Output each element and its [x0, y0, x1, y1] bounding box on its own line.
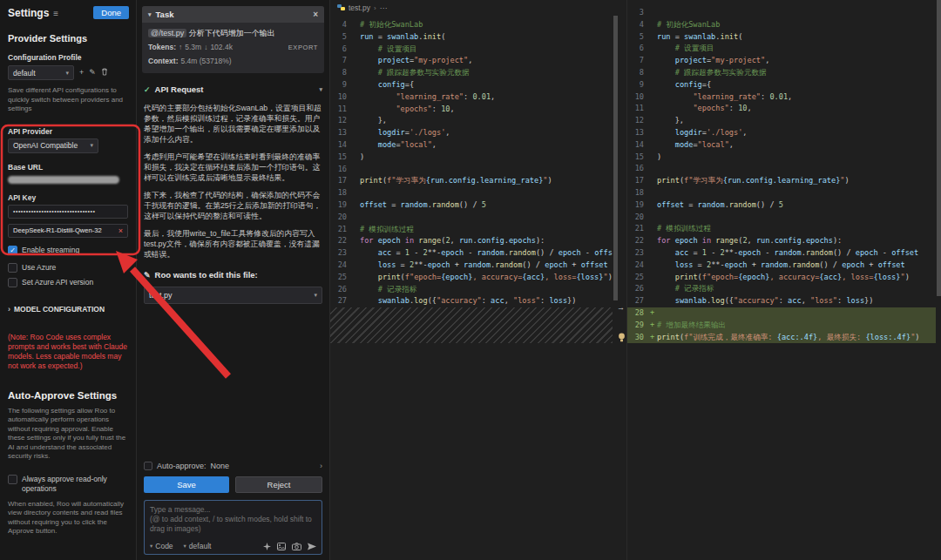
code-line[interactable]: 19offset = random.random() / 5 — [330, 199, 613, 212]
code-line[interactable]: 11 "epochs": 10, — [330, 104, 613, 116]
enable-streaming-checkbox[interactable]: ✓ — [8, 246, 17, 255]
set-azure-checkbox[interactable] — [8, 278, 17, 287]
diff-gutter: → — [618, 0, 626, 560]
code-line[interactable]: 14 mode="local", — [627, 139, 936, 152]
code-line[interactable]: 27 swanlab.log({"accuracy": acc, "loss":… — [330, 295, 613, 307]
profile-value: default — [13, 69, 36, 78]
code-line[interactable]: 14 mode="local", — [330, 139, 613, 152]
breadcrumb[interactable]: test.py › ⋯ — [330, 0, 618, 16]
mode-select[interactable]: ▾ Code — [150, 542, 173, 550]
api-provider-label: API Provider — [8, 127, 128, 136]
done-button[interactable]: Done — [93, 6, 129, 19]
close-task-icon[interactable]: × — [313, 10, 318, 19]
code-line[interactable]: 28+ — [627, 307, 936, 320]
delete-profile-icon[interactable] — [101, 68, 108, 78]
api-request-row[interactable]: ✓ API Request ▾ — [144, 84, 322, 94]
always-approve-checkbox[interactable] — [8, 475, 17, 484]
code-line[interactable]: 9 config={ — [627, 79, 936, 91]
clear-model-icon[interactable]: × — [118, 226, 123, 235]
code-text: project="my-project", — [657, 55, 936, 67]
code-line[interactable]: 5run = swanlab.init( — [627, 31, 936, 44]
code-line[interactable]: 4# 初始化SwanLab — [627, 19, 936, 31]
use-azure-checkbox[interactable] — [8, 263, 17, 273]
code-line[interactable]: 11 "epochs": 10, — [627, 103, 936, 115]
code-line[interactable]: 30+print(f"训练完成，最终准确率: {acc:.4f}, 最终损失: … — [627, 332, 936, 344]
code-line[interactable]: 23 acc = 1 - 2**-epoch - random.random()… — [330, 247, 613, 260]
add-profile-icon[interactable]: + — [79, 69, 84, 77]
model-field[interactable]: DeepSeek-R1-Distill-Qwen-32 × — [8, 224, 128, 238]
message-input[interactable]: Type a message... (@ to add context, / t… — [144, 500, 322, 555]
code-line[interactable]: 19offset = random.random() / 5 — [627, 199, 936, 212]
code-line[interactable]: 13 logdir='./logs', — [627, 127, 936, 139]
code-line[interactable]: 16 — [627, 163, 936, 175]
code-line[interactable]: 26 # 记录指标 — [627, 283, 936, 295]
image-icon[interactable] — [277, 543, 286, 550]
export-button[interactable]: EXPORT — [288, 44, 318, 51]
code-line[interactable]: 17print(f"学习率为{run.config.learning_rate}… — [330, 175, 613, 187]
diff-added-marker — [353, 115, 360, 127]
code-line[interactable]: 27 swanlab.log({"accuracy": acc, "loss":… — [627, 295, 936, 307]
send-icon[interactable] — [308, 543, 316, 550]
code-line[interactable]: 18 — [627, 187, 936, 199]
code-line[interactable]: 26 # 记录指标 — [330, 284, 613, 296]
code-line[interactable]: 5run = swanlab.init( — [330, 31, 613, 44]
code-line[interactable]: 17print(f"学习率为{run.config.learning_rate}… — [627, 175, 936, 187]
code-line[interactable]: 10 "learning_rate": 0.01, — [627, 91, 936, 104]
code-line[interactable]: 12 }, — [627, 115, 936, 127]
code-line[interactable]: 7 project="my-project", — [330, 55, 613, 67]
code-line[interactable]: 10 "learning_rate": 0.01, — [330, 91, 613, 104]
edit-profile-icon[interactable]: ✎ — [89, 69, 96, 77]
code-line[interactable]: 3 — [627, 7, 936, 19]
code-line[interactable]: 22for epoch in range(2, run.config.epoch… — [330, 235, 613, 247]
line-number: 12 — [330, 115, 353, 127]
api-config-select[interactable]: ▾ default — [184, 542, 212, 550]
auto-approve-checkbox[interactable] — [144, 462, 152, 470]
reject-button[interactable]: Reject — [235, 476, 322, 493]
code-line[interactable]: 15) — [330, 152, 613, 164]
code-line[interactable]: 29+# 增加最终结果输出 — [627, 320, 936, 332]
code-line[interactable]: 23 acc = 1 - 2**-epoch - random.random()… — [627, 247, 936, 260]
edit-file-row: ✎ Roo wants to edit this file: — [144, 270, 322, 280]
code-line[interactable]: 16 — [330, 164, 613, 176]
code-line[interactable]: 8 # 跟踪超参数与实验元数据 — [330, 67, 613, 79]
code-line[interactable]: 25 print(f"epoch={epoch}, accuracy={acc}… — [330, 272, 613, 284]
lightbulb-icon[interactable] — [618, 330, 626, 346]
code-line[interactable]: 20 — [330, 212, 613, 224]
code-line[interactable]: 21# 模拟训练过程 — [330, 224, 613, 236]
scrollbar[interactable] — [937, 0, 941, 296]
file-mention-chip[interactable]: @/test.py — [148, 29, 186, 37]
task-card-header[interactable]: ▾ Task × — [142, 6, 324, 23]
profile-select[interactable]: default ▾ — [8, 65, 74, 80]
diff-revert-arrow-icon[interactable]: → — [618, 303, 625, 312]
code-line[interactable]: 12 }, — [330, 115, 613, 127]
code-line[interactable]: 20 — [627, 212, 936, 224]
enhance-prompt-icon[interactable] — [263, 543, 271, 550]
model-configuration-toggle[interactable]: › MODEL CONFIGURATION — [8, 305, 128, 314]
code-line[interactable]: 6 # 设置项目 — [627, 43, 936, 55]
camera-icon[interactable] — [292, 543, 301, 550]
code-line[interactable]: 15) — [627, 152, 936, 164]
code-line[interactable]: 4# 初始化SwanLab — [330, 19, 613, 31]
diff-added-marker — [353, 224, 360, 236]
code-line[interactable]: 9 config={ — [330, 79, 613, 91]
edit-file-select[interactable]: test.py ▾ — [144, 287, 322, 304]
code-line[interactable]: 21# 模拟训练过程 — [627, 223, 936, 235]
code-line[interactable]: 18 — [330, 187, 613, 199]
auto-approve-row[interactable]: Auto-approve: None › — [144, 462, 322, 470]
code-line[interactable]: 24 loss = 2**-epoch + random.random() / … — [330, 260, 613, 272]
code-line[interactable]: 22for epoch in range(2, run.config.epoch… — [627, 235, 936, 247]
code-line[interactable]: 24 loss = 2**-epoch + random.random() / … — [627, 260, 936, 272]
save-button[interactable]: Save — [144, 476, 229, 493]
code-line[interactable]: 7 project="my-project", — [627, 55, 936, 67]
base-url-field-redacted[interactable] — [8, 176, 119, 184]
code-line[interactable]: 13 logdir='./logs', — [330, 127, 613, 139]
api-key-field[interactable]: •••••••••••••••••••••••••••••••• — [8, 205, 128, 219]
menu-icon[interactable]: ≡ — [53, 9, 58, 18]
api-provider-select[interactable]: OpenAI Compatible ▾ — [8, 138, 98, 153]
context-value: 5.4m (53718%) — [180, 57, 231, 65]
settings-panel: Settings ≡ Done Provider Settings Config… — [0, 0, 137, 560]
code-line[interactable]: 25 print(f"epoch={epoch}, accuracy={acc}… — [627, 272, 936, 284]
code-line[interactable]: 8 # 跟踪超参数与实验元数据 — [627, 67, 936, 79]
code-line[interactable]: 6 # 设置项目 — [330, 44, 613, 56]
tokens-row: Tokens: ↑ 5.3m ↓ 102.4k EXPORT — [142, 40, 324, 54]
